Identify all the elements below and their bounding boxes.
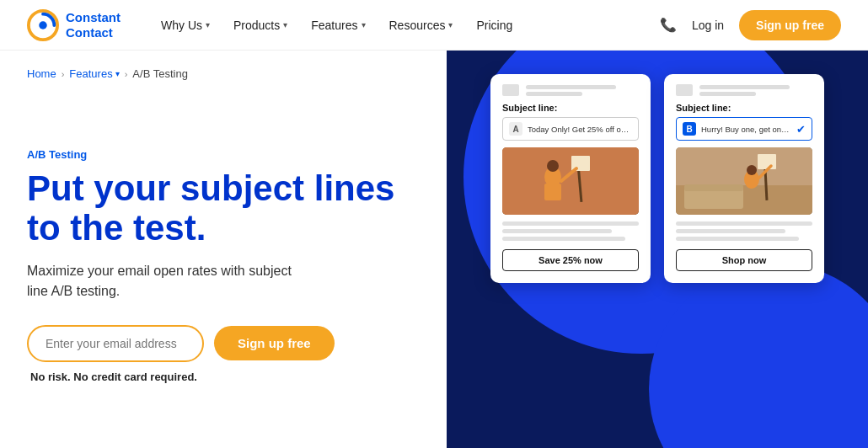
card-a-content-line-3 — [502, 237, 625, 241]
phone-icon: 📞 — [660, 17, 677, 33]
navbar: Constant Contact Why Us ▾ Products ▾ Fea… — [0, 0, 868, 51]
breadcrumb-current: A/B Testing — [132, 67, 188, 80]
card-b-line-long — [699, 85, 790, 89]
svg-rect-7 — [544, 184, 561, 200]
svg-rect-2 — [502, 147, 639, 215]
card-a-header-lines — [526, 85, 639, 96]
card-b-badge: B — [683, 122, 696, 136]
ab-tag: A/B Testing — [27, 148, 420, 161]
breadcrumb-home[interactable]: Home — [27, 67, 56, 80]
card-b-subject-label: Subject line: — [676, 103, 812, 113]
card-a: Subject line: A Today Only! Get 25% off … — [490, 74, 651, 283]
card-a-bg — [502, 147, 639, 215]
email-icon — [502, 84, 519, 96]
right-panel: Subject line: A Today Only! Get 25% off … — [447, 51, 868, 448]
no-risk-text: No risk. No credit card required. — [30, 371, 420, 383]
breadcrumb: Home › Features ▾ › A/B Testing — [27, 67, 420, 80]
chevron-down-icon: ▾ — [283, 20, 287, 29]
nav-links: Why Us ▾ Products ▾ Features ▾ Resources… — [161, 19, 660, 32]
breadcrumb-separator: › — [62, 69, 65, 79]
nav-pricing[interactable]: Pricing — [476, 19, 512, 32]
main-layout: Home › Features ▾ › A/B Testing A/B Test… — [0, 51, 868, 448]
card-b-cta-button[interactable]: Shop now — [676, 249, 812, 271]
card-b: Subject line: B Hurry! Buy one, get one … — [664, 74, 824, 283]
card-a-header — [502, 84, 639, 96]
hero-content: A/B Testing Put your subject lines to th… — [27, 104, 420, 428]
hero-title: Put your subject lines to the test. — [27, 169, 420, 247]
svg-rect-12 — [684, 184, 743, 191]
card-b-header-lines — [699, 85, 812, 96]
card-a-image — [502, 147, 639, 215]
email-input[interactable] — [27, 325, 204, 362]
email-icon-b — [676, 84, 693, 96]
chevron-down-icon: ▾ — [115, 69, 120, 78]
logo[interactable]: Constant Contact — [27, 9, 121, 41]
card-b-scene — [676, 147, 812, 215]
card-b-bg — [676, 147, 812, 215]
signup-button[interactable]: Sign up free — [739, 10, 841, 40]
card-b-content-line-1 — [676, 221, 812, 226]
card-a-subject-label: Subject line: — [502, 103, 639, 113]
hero-subtitle: Maximize your email open rates with subj… — [27, 261, 313, 301]
card-a-content-lines — [502, 221, 639, 241]
login-link[interactable]: Log in — [692, 19, 724, 32]
card-a-line-short — [526, 92, 582, 96]
chevron-down-icon: ▾ — [206, 20, 210, 29]
card-a-subject-text: Today Only! Get 25% off our entire... — [528, 125, 632, 134]
nav-right: 📞 Log in Sign up free — [660, 10, 841, 40]
svg-point-6 — [547, 160, 559, 172]
card-b-content-line-3 — [676, 237, 799, 241]
card-b-image — [676, 147, 812, 215]
card-a-content-line-1 — [502, 221, 639, 226]
card-a-content-line-2 — [502, 229, 612, 233]
breadcrumb-separator-2: › — [125, 69, 128, 79]
card-a-scene — [502, 147, 639, 215]
card-b-subject-row: B Hurry! Buy one, get one FREE on... ✔ — [676, 117, 812, 141]
ab-cards: Subject line: A Today Only! Get 25% off … — [490, 74, 824, 283]
logo-text: Constant Contact — [66, 10, 121, 40]
svg-point-1 — [39, 21, 47, 29]
nav-resources[interactable]: Resources ▾ — [389, 19, 453, 32]
breadcrumb-features[interactable]: Features ▾ — [69, 67, 119, 80]
chevron-down-icon: ▾ — [448, 20, 453, 29]
card-b-content-lines — [676, 221, 812, 241]
left-panel: Home › Features ▾ › A/B Testing A/B Test… — [0, 51, 447, 448]
logo-icon — [27, 9, 59, 41]
nav-products[interactable]: Products ▾ — [233, 19, 287, 32]
card-b-line-short — [699, 92, 756, 96]
card-a-subject-row: A Today Only! Get 25% off our entire... — [502, 117, 639, 141]
card-a-badge: A — [509, 122, 522, 136]
nav-why-us[interactable]: Why Us ▾ — [161, 19, 210, 32]
cta-row: Sign up free — [27, 325, 420, 362]
card-b-content-line-2 — [676, 229, 785, 233]
cta-signup-button[interactable]: Sign up free — [214, 326, 335, 360]
card-a-line-long — [526, 85, 616, 89]
card-b-header — [676, 84, 812, 96]
chevron-down-icon: ▾ — [362, 20, 366, 29]
svg-point-16 — [747, 165, 757, 175]
checkmark-icon: ✔ — [796, 123, 806, 136]
svg-rect-14 — [758, 154, 776, 169]
nav-features[interactable]: Features ▾ — [311, 19, 365, 32]
card-b-subject-text: Hurry! Buy one, get one FREE on... — [701, 125, 791, 134]
card-a-cta-button[interactable]: Save 25% now — [502, 249, 639, 271]
